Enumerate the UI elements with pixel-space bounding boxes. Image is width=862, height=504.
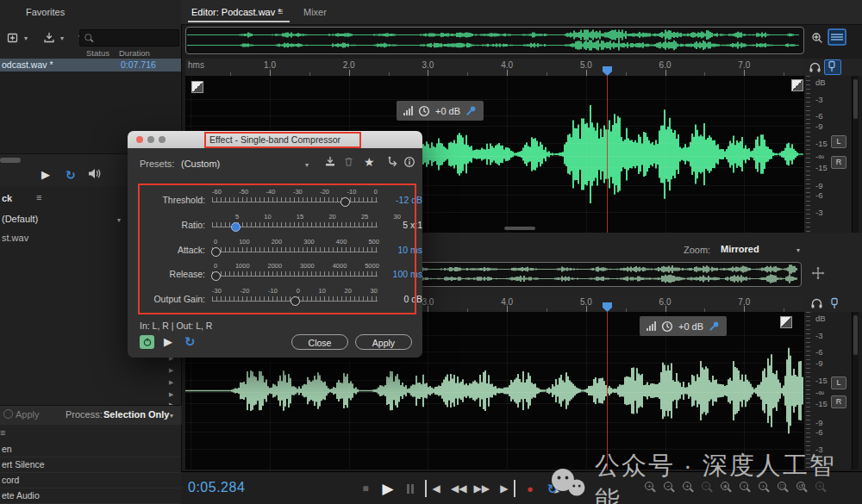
vertical-scrollbar[interactable] (852, 312, 859, 470)
headphones-icon[interactable] (809, 61, 821, 73)
routing-icon[interactable] (386, 156, 398, 168)
move-pan-icon[interactable] (811, 266, 825, 280)
ratio-slider-row: Ratio:510152025305 x:1 (138, 213, 412, 235)
ratio-slider[interactable]: 51015202530 (212, 213, 378, 235)
threshold-knob[interactable] (340, 197, 350, 207)
rack-slot-expand-icon[interactable]: ▶ (169, 379, 173, 386)
db-scale-label: dB (815, 78, 826, 87)
apply-button[interactable]: Apply (355, 334, 412, 350)
attack-knob[interactable] (211, 247, 221, 257)
dialog-titlebar[interactable]: Effect - Single-band Compressor (128, 131, 422, 148)
time-display[interactable]: 0:05.284 (188, 480, 245, 495)
spectral-display-toggle-icon[interactable] (828, 28, 846, 46)
loop-preview-button[interactable]: ↻ (184, 334, 196, 350)
threshold-value[interactable]: -12 dB (383, 195, 422, 205)
pin-icon[interactable] (465, 105, 477, 116)
stop-button[interactable]: ■ (358, 480, 373, 497)
panel-menu-icon[interactable]: ≡ (278, 6, 283, 16)
gain-hud-top[interactable]: +0 dB (397, 101, 484, 121)
tab-favorites[interactable]: Favorites (26, 7, 65, 17)
column-header-duration[interactable]: Duration (119, 48, 150, 58)
horizontal-scrollbar[interactable] (0, 158, 21, 163)
tick-label: 2000 (268, 262, 283, 270)
ruler-tick-label: 4.0 (501, 60, 513, 70)
panel-menu-icon[interactable]: ≡ (36, 192, 41, 202)
channel-badge-l[interactable]: L (831, 135, 846, 148)
pin-icon[interactable] (709, 320, 720, 332)
gain-hud-bottom[interactable]: +0 dB (640, 316, 727, 336)
column-header-status[interactable]: Status (86, 48, 109, 58)
tab-mixer[interactable]: Mixer (303, 7, 327, 17)
timeline-ruler-top[interactable]: hms 1.02.03.04.05.06.07.0 (185, 59, 803, 77)
threshold-slider[interactable]: -60-50-40-30-20-100 (212, 188, 378, 210)
output-gain-slider[interactable]: -30-20-100102030 (212, 287, 378, 309)
tick-label: 100 (239, 238, 250, 246)
fast-forward-button[interactable]: ▶▶ (473, 480, 489, 497)
favorites-list-item[interactable]: cord (0, 473, 181, 488)
channel-badge-l[interactable]: L (831, 376, 846, 389)
output-gain-knob[interactable] (290, 296, 300, 306)
presets-select[interactable]: (Custom) (181, 159, 220, 169)
release-value[interactable]: 100 ms (383, 269, 422, 279)
release-knob[interactable] (211, 271, 221, 281)
wechat-icon (548, 467, 588, 500)
monitor-icon[interactable] (824, 59, 841, 75)
slider-track (212, 202, 378, 202)
rack-slot-expand-icon[interactable]: ▶ (169, 367, 173, 374)
release-slider[interactable]: 010002000300040005000 (212, 262, 378, 284)
favorites-list-item[interactable]: ert Silence (0, 457, 181, 473)
chevron-down-icon: ▾ (796, 246, 800, 254)
loop-icon[interactable]: ↻ (66, 168, 76, 182)
gain-hud-value: +0 dB (435, 106, 460, 116)
file-row-podcast[interactable]: odcast.wav * 0:07.716 (0, 59, 181, 72)
headphones-icon[interactable] (810, 297, 823, 309)
channel-badge-r[interactable]: R (831, 395, 846, 408)
slider-track (212, 252, 378, 252)
ruler-tick (665, 70, 666, 76)
favorite-star-icon[interactable]: ★ (364, 155, 375, 169)
mini-scrollbar[interactable] (504, 227, 535, 230)
corner-handle-icon[interactable] (791, 79, 803, 91)
attack-value[interactable]: 10 ms (383, 245, 422, 255)
play-button[interactable]: ▶ (380, 480, 396, 497)
vertical-scrollbar[interactable] (852, 76, 859, 233)
ratio-value[interactable]: 5 x:1 (383, 220, 422, 230)
skip-to-start-button[interactable]: ◀ (425, 480, 444, 497)
rack-preset-select[interactable]: (Default) (2, 214, 38, 224)
speaker-icon[interactable] (88, 168, 102, 179)
new-panel-icon[interactable] (5, 31, 21, 45)
ratio-knob[interactable] (231, 222, 240, 232)
rack-slot-expand-icon[interactable]: ▶ (169, 391, 173, 398)
output-gain-value[interactable]: 0 dB (383, 294, 422, 304)
rewind-button[interactable]: ◀◀ (451, 480, 466, 497)
zoom-mode-select[interactable]: Mirrored (721, 244, 759, 254)
effect-power-toggle[interactable] (140, 335, 154, 349)
corner-handle-icon[interactable] (780, 316, 792, 328)
file-overview-strip[interactable] (185, 27, 804, 54)
record-button[interactable]: ● (522, 480, 538, 497)
pause-button[interactable] (403, 480, 418, 497)
corner-handle-icon[interactable] (191, 81, 203, 93)
tab-editor[interactable]: Editor: Podcast.wav * (191, 7, 282, 17)
favorites-list-item[interactable]: en (0, 442, 181, 457)
search-input[interactable] (79, 29, 179, 47)
import-files-icon[interactable] (41, 31, 57, 45)
delete-preset-icon[interactable] (343, 156, 354, 167)
close-button[interactable]: Close (291, 334, 348, 350)
zoom-navigate-icon[interactable] (810, 31, 824, 45)
grid-line (185, 392, 803, 393)
skip-to-end-button[interactable]: ▶ (497, 480, 515, 497)
monitor-icon[interactable] (828, 297, 841, 309)
favorites-list-item[interactable]: ete Audio (0, 488, 181, 504)
channel-badge-r[interactable]: R (831, 156, 846, 169)
info-icon[interactable] (403, 156, 415, 168)
rack-apply-button[interactable]: Apply (16, 409, 40, 420)
attack-slider[interactable]: 0100200300400500 (212, 238, 378, 260)
panel-menu-icon[interactable]: ≡ (0, 427, 5, 438)
rack-power-icon[interactable] (3, 409, 13, 419)
save-preset-icon[interactable] (324, 156, 336, 168)
preview-play-button[interactable]: ▶ (41, 168, 50, 181)
preview-play-button[interactable]: ▶ (164, 335, 172, 348)
process-select[interactable]: Selection Only (103, 409, 169, 420)
tick-label: 400 (336, 238, 347, 246)
